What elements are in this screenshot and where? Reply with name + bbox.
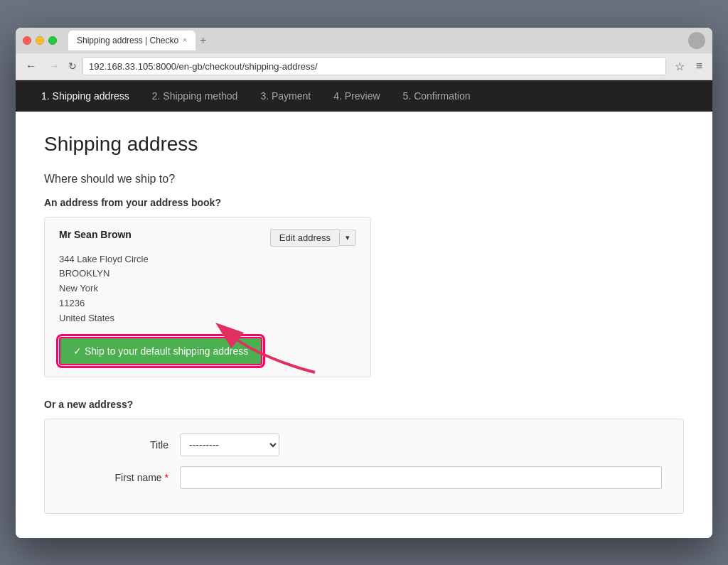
nav-item-payment[interactable]: 3. Payment <box>249 82 322 110</box>
edit-address-group: Edit address ▾ <box>270 229 356 247</box>
first-name-row: First name * <box>66 466 662 489</box>
back-button[interactable]: ← <box>23 58 40 74</box>
tab-area: Shipping address | Checko × + <box>68 31 705 50</box>
nav-item-preview[interactable]: 4. Preview <box>322 82 391 110</box>
section-heading: Where should we ship to? <box>44 173 684 185</box>
maximize-traffic-light[interactable] <box>48 36 57 45</box>
address-bar: ← → ↻ ☆ ≡ <box>16 53 712 80</box>
address-name: Mr Sean Brown <box>59 229 132 240</box>
page-title: Shipping address <box>44 133 684 156</box>
nav-item-confirmation[interactable]: 5. Confirmation <box>392 82 482 110</box>
address-line-2: BROOKLYN <box>59 267 356 281</box>
first-name-input[interactable] <box>180 466 662 489</box>
address-line-1: 344 Lake Floyd Circle <box>59 252 356 267</box>
first-name-label: First name * <box>66 472 180 483</box>
minimize-traffic-light[interactable] <box>36 36 44 45</box>
new-tab-button[interactable]: + <box>196 33 210 48</box>
edit-address-button[interactable]: Edit address <box>270 229 339 247</box>
ship-to-default-address-button[interactable]: ✓ Ship to your default shipping address <box>59 337 262 365</box>
title-select[interactable]: --------- Mr Mrs Ms Dr <box>180 434 279 456</box>
forward-button[interactable]: → <box>46 58 63 74</box>
tab-title: Shipping address | Checko <box>77 36 178 45</box>
new-address-heading: Or a new address? <box>44 399 684 410</box>
nav-item-shipping-address[interactable]: 1. Shipping address <box>30 82 141 110</box>
browser-window: Shipping address | Checko × + ← → ↻ ☆ ≡ … <box>16 28 712 538</box>
reload-button[interactable]: ↻ <box>68 60 77 72</box>
nav-item-shipping-method[interactable]: 2. Shipping method <box>141 82 250 110</box>
address-card: Mr Sean Brown Edit address ▾ 344 Lake Fl… <box>44 217 371 378</box>
address-book-heading: An address from your address book? <box>44 197 684 208</box>
checkout-navigation: 1. Shipping address 2. Shipping method 3… <box>16 80 712 112</box>
browser-profile-icon <box>688 32 705 49</box>
title-bar: Shipping address | Checko × + <box>16 28 712 53</box>
edit-address-dropdown-button[interactable]: ▾ <box>339 230 356 246</box>
new-address-section: Or a new address? Title --------- Mr Mrs… <box>44 399 684 514</box>
tab-close-btn[interactable]: × <box>183 36 187 44</box>
close-traffic-light[interactable] <box>23 36 31 45</box>
title-label: Title <box>66 439 180 451</box>
address-card-header: Mr Sean Brown Edit address ▾ <box>59 229 356 247</box>
address-line-3: New York <box>59 281 356 296</box>
active-tab[interactable]: Shipping address | Checko × <box>68 31 196 50</box>
title-row: Title --------- Mr Mrs Ms Dr <box>66 434 662 456</box>
bookmark-button[interactable]: ☆ <box>672 58 687 75</box>
menu-button[interactable]: ≡ <box>693 58 705 74</box>
address-line-5: United States <box>59 311 356 326</box>
address-line-4: 11236 <box>59 296 356 311</box>
main-content: Shipping address Where should we ship to… <box>16 112 712 538</box>
new-address-form: Title --------- Mr Mrs Ms Dr First name … <box>44 419 684 514</box>
url-input[interactable] <box>82 57 666 75</box>
